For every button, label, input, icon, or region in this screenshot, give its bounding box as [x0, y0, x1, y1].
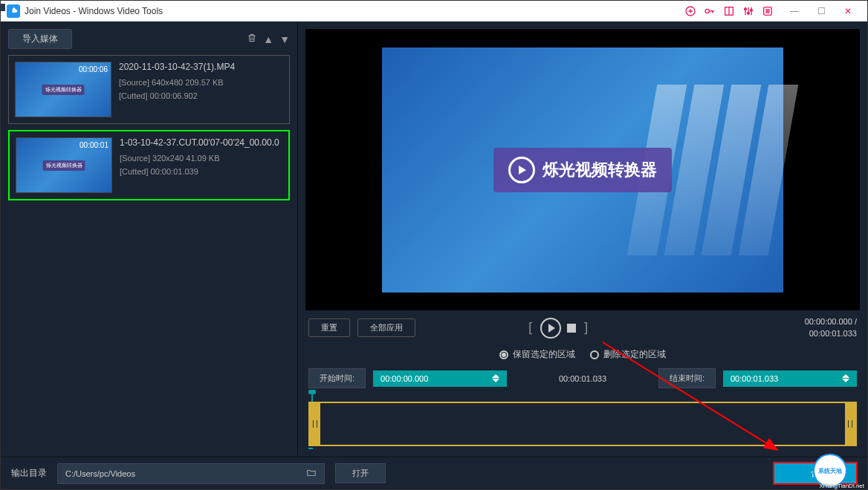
- end-time-input[interactable]: 00:00:01.033: [723, 370, 857, 387]
- delete-region-label: 删除选定的区域: [603, 348, 666, 361]
- video-frame: 烁光视频转换器: [382, 48, 783, 293]
- browse-folder-icon[interactable]: [306, 468, 317, 480]
- mark-out-button[interactable]: ]: [582, 320, 590, 336]
- open-button[interactable]: 打开: [335, 463, 386, 483]
- timeline-handle-left[interactable]: [310, 403, 320, 445]
- watermark-url: XiTongTianDi.net: [819, 483, 864, 489]
- menu-icon[interactable]: [762, 5, 774, 17]
- thumb-overlay-text: 烁光视频转换器: [42, 85, 85, 95]
- thumb-duration: 00:00:06: [79, 65, 108, 74]
- stop-button[interactable]: [567, 324, 576, 333]
- title-toolbar: [684, 5, 774, 17]
- media-cutted: [Cutted] 00:00:01.039: [120, 167, 282, 176]
- media-thumbnail: 00:00:06 烁光视频转换器: [15, 62, 111, 117]
- media-cutted: [Cutted] 00:00:06.902: [119, 91, 283, 100]
- keep-region-label: 保留选定的区域: [513, 348, 575, 361]
- media-source: [Source] 320x240 41.09 KB: [120, 154, 282, 163]
- spin-down-icon[interactable]: [842, 379, 849, 382]
- apply-all-button[interactable]: 全部应用: [357, 318, 415, 337]
- spin-up-icon[interactable]: [842, 374, 849, 378]
- video-logo-overlay: 烁光视频转换器: [493, 148, 672, 192]
- media-source: [Source] 640x480 209.57 KB: [119, 78, 283, 87]
- import-media-button[interactable]: 导入媒体: [8, 29, 72, 49]
- start-time-value: 00:00:00.000: [380, 374, 428, 383]
- minimize-button[interactable]: —: [781, 3, 808, 19]
- reset-button[interactable]: 重置: [308, 318, 350, 337]
- media-filename: 2020-11-03-10-42-37(1).MP4: [119, 62, 283, 72]
- key-icon[interactable]: [704, 5, 716, 17]
- output-dir-label: 输出目录: [11, 467, 47, 480]
- output-path-text: C:/Users/pc/Videos: [65, 469, 135, 478]
- current-time: 00:00:00.000 /: [805, 316, 857, 327]
- watermark-brand: 系统天地: [818, 467, 842, 475]
- start-time-label: 开始时间:: [308, 368, 366, 388]
- end-time-label: 结束时间:: [658, 368, 716, 388]
- layout-icon[interactable]: [723, 5, 735, 17]
- cart-icon[interactable]: [684, 5, 696, 17]
- move-down-icon[interactable]: ▼: [279, 33, 290, 45]
- media-sidebar: 导入媒体 ▲ ▼ 00:00:06 烁光视频转换器 2020-11-03-10-…: [1, 22, 298, 457]
- media-thumbnail: 00:00:01 烁光视频转换器: [16, 137, 112, 193]
- keep-region-radio[interactable]: 保留选定的区域: [499, 348, 575, 361]
- svg-point-4: [748, 12, 750, 14]
- video-logo-text: 烁光视频转换器: [542, 159, 657, 181]
- bottom-bar: 输出目录 C:/Users/pc/Videos 打开 合: [1, 457, 867, 489]
- spin-down-icon[interactable]: [492, 379, 499, 382]
- maximize-button[interactable]: ☐: [808, 3, 835, 19]
- time-display: 00:00:00.000 / 00:00:01.033: [805, 316, 857, 339]
- media-item[interactable]: 00:00:01 烁光视频转换器 1-03-10-42-37.CUT.00'07…: [8, 130, 290, 200]
- timeline-content[interactable]: [320, 403, 845, 445]
- radio-icon: [590, 350, 599, 359]
- svg-point-3: [745, 8, 747, 10]
- mark-in-button[interactable]: [: [526, 320, 534, 336]
- spin-up-icon[interactable]: [492, 374, 499, 378]
- video-preview-area: 烁光视频转换器: [305, 29, 860, 310]
- duration-display: 00:00:01.033: [559, 374, 606, 383]
- delete-region-radio[interactable]: 删除选定的区域: [590, 348, 666, 361]
- radio-icon: [499, 350, 508, 359]
- media-filename: 1-03-10-42-37.CUT.00'07-00'24_00.00.0: [120, 137, 282, 148]
- end-time-value: 00:00:01.033: [731, 374, 778, 383]
- window-title: Join Videos - Windows Video Tools: [25, 6, 684, 16]
- close-button[interactable]: ✕: [835, 3, 861, 19]
- play-button[interactable]: [540, 318, 561, 339]
- title-bar: Join Videos - Windows Video Tools — ☐ ✕: [1, 1, 867, 22]
- media-item[interactable]: 00:00:06 烁光视频转换器 2020-11-03-10-42-37(1).…: [8, 55, 290, 124]
- media-badge-icon: [0, 4, 5, 11]
- preview-panel: 烁光视频转换器 重置 全部应用 [ ] 00:00:00.000 / 00:00…: [298, 22, 867, 457]
- watermark: 系统天地 XiTongTianDi.net: [793, 452, 867, 489]
- move-up-icon[interactable]: ▲: [263, 33, 273, 45]
- thumb-overlay-text: 烁光视频转换器: [43, 160, 85, 171]
- total-time: 00:00:01.033: [805, 328, 857, 339]
- app-icon: [7, 4, 20, 18]
- output-path-field[interactable]: C:/Users/pc/Videos: [57, 463, 325, 484]
- thumb-duration: 00:00:01: [80, 141, 108, 149]
- svg-point-5: [751, 9, 753, 11]
- start-time-input[interactable]: 00:00:00.000: [373, 370, 507, 387]
- delete-icon[interactable]: [247, 33, 257, 45]
- timeline-handle-right[interactable]: [845, 403, 855, 445]
- settings-sliders-icon[interactable]: [742, 5, 754, 17]
- svg-point-1: [705, 9, 709, 13]
- timeline[interactable]: [298, 393, 867, 457]
